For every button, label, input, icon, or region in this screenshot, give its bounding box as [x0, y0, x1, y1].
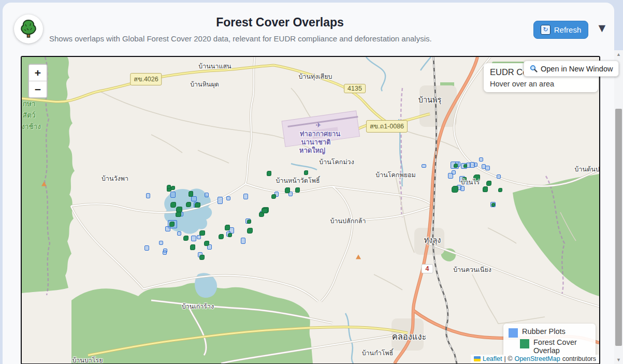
legend-item: Rubber Plots — [509, 328, 590, 338]
info-panel-hint: Hover over an area — [490, 80, 592, 88]
scrollbar-thumb[interactable] — [615, 109, 622, 346]
refresh-icon: ↻ — [541, 25, 550, 35]
legend-label: Rubber Plots — [522, 328, 566, 336]
ukraine-flag-icon — [474, 356, 481, 361]
road-shield-label: 4135 — [344, 84, 366, 93]
refresh-label: Refresh — [554, 25, 582, 34]
road-shield-label: สข.ถ1-0086 — [366, 120, 408, 133]
legend-swatch — [520, 339, 529, 348]
legend-swatch — [509, 328, 518, 338]
map-place-label: กษา — [23, 98, 36, 109]
map-place-label: บ้านต้นปริง — [575, 164, 600, 174]
zoom-out-button[interactable]: − — [29, 81, 47, 97]
map-place-label: สัตว์ — [23, 109, 36, 121]
map-place-label: บ้านเก่าร้าง — [182, 301, 214, 312]
map-place-label: งาช้าง — [21, 121, 41, 132]
map-place-label: บ้านโคกพยอม — [375, 170, 415, 180]
map-place-label: บ้านทุ่งเสียบ — [298, 71, 332, 82]
map-place-label: บ้านบาโรย — [72, 355, 103, 364]
map-place-label: บ้านหินผุด — [190, 79, 219, 90]
map-canvas[interactable]: ✈ กษาสัตว์งาช้างบ้านนาแสนบ้านหินผุดบ้านท… — [21, 56, 600, 364]
open-in-new-window-label: Open in New Window — [541, 65, 613, 73]
label-layer: กษาสัตว์งาช้างบ้านนาแสนบ้านหินผุดบ้านทุ่… — [22, 57, 599, 363]
attribution-separator: | © — [504, 355, 513, 362]
scrollbar-down-arrow[interactable]: ▼ — [614, 356, 623, 364]
road-shield-label: 4 — [422, 264, 433, 273]
page-scrollbar[interactable]: ▲ ▼ — [614, 50, 623, 364]
legend-item: Forest Cover Overlap — [520, 339, 590, 355]
legend-label: Forest Cover Overlap — [533, 339, 585, 355]
map-place-label: บ้านควนเนียง — [453, 265, 491, 275]
open-in-new-window-button[interactable]: Open in New Window — [524, 61, 619, 77]
zoom-in-button[interactable]: + — [29, 65, 47, 81]
map-place-label: บ้านกำโพธิ์ — [362, 348, 394, 358]
map-legend: Rubber PlotsForest Cover Overlap — [503, 324, 596, 359]
map-place-label: หาดใหญ่ — [299, 145, 325, 156]
map-place-label: บ้านพรุ — [418, 94, 442, 106]
magnifier-icon — [530, 65, 538, 72]
map-place-label: บ้านไร่ — [461, 177, 480, 187]
app-card: Forest Cover Overlaps Shows overlaps wit… — [3, 3, 614, 364]
caret-down-icon[interactable]: ▼ — [596, 21, 608, 35]
page-title: Forest Cover Overlaps — [3, 16, 557, 30]
map-place-label: บ้านปลักกล้า — [330, 216, 366, 226]
zoom-control: + − — [28, 64, 48, 98]
map-place-label: บ้านนาแสน — [198, 61, 231, 71]
scrollbar-up-arrow[interactable]: ▲ — [614, 50, 623, 59]
leaflet-link[interactable]: Leaflet — [483, 355, 502, 362]
road-shield-label: สข.4026 — [130, 73, 162, 85]
map-attribution: Leaflet | © OpenStreetMap contributors — [471, 355, 599, 363]
map-place-label: คลองแงะ — [392, 330, 427, 343]
page-subtitle: Shows overlaps with Global Forest Cover … — [49, 34, 432, 43]
attribution-suffix: contributors — [562, 355, 596, 362]
map-place-label: ทุ่งลุง — [424, 234, 441, 246]
map-place-label: บ้านหน้าวัดโพธิ์ — [276, 176, 320, 186]
map-place-label: บ้านโคกม่วง — [319, 157, 354, 167]
openstreetmap-link[interactable]: OpenStreetMap — [514, 355, 560, 362]
map-place-label: บ้านวังพา — [102, 173, 128, 184]
refresh-button[interactable]: ↻ Refresh — [533, 21, 588, 39]
